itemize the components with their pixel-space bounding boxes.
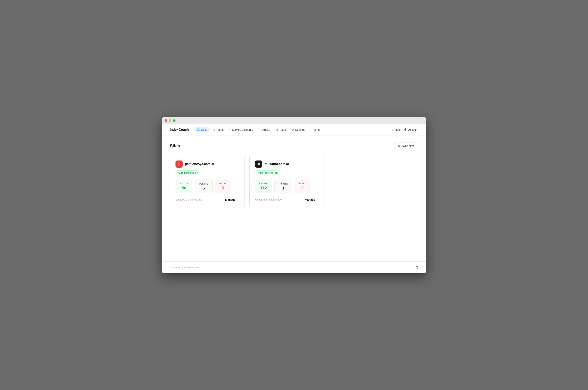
footer-powered-by: Powered by IndexCoach	[170, 266, 198, 269]
site-header-1: ⚡ gestionesya.com.ar	[176, 160, 239, 168]
close-button[interactable]	[165, 119, 167, 122]
service-accounts-icon: ○	[229, 128, 231, 131]
app-window: IndexCoach 🌐 Sites □ Pages ○ Service acc…	[162, 117, 426, 273]
audits-icon: 〰	[258, 128, 261, 131]
errors-value-1: 5	[219, 186, 227, 190]
auto-indexing-badge-2: Auto-indexing: on	[255, 170, 280, 175]
errors-stat-1: Errors 5	[215, 179, 231, 194]
pending-label-2: Pending	[279, 182, 288, 185]
errors-stat-2: Errors 0	[294, 179, 310, 194]
nav-item-settings[interactable]: ⚙ Settings	[289, 127, 308, 133]
pages-icon: □	[213, 128, 214, 131]
help-icon: ⊙	[392, 128, 394, 131]
indexed-stat-2: Indexed 112	[255, 179, 272, 194]
main-content: Sites ↻ Sync sites ⚡ gestionesya.com.ar …	[162, 136, 426, 214]
logo: IndexCoach	[170, 128, 189, 132]
manage-link-1[interactable]: Manage →	[225, 198, 239, 201]
sites-grid: ⚡ gestionesya.com.ar Auto-indexing: on I…	[170, 155, 418, 207]
errors-label-2: Errors	[298, 182, 306, 185]
updated-text-2: Updated 5 minutes ago	[255, 198, 282, 201]
maximize-button[interactable]	[173, 119, 176, 122]
nav-item-service-accounts[interactable]: ○ Service accounts	[227, 127, 255, 133]
twitter-x-icon[interactable]: 𝕏	[416, 266, 418, 269]
site-name-2: multabot.com.ar	[265, 162, 289, 166]
stats-row-2: Indexed 112 Pending 1 Errors 0	[255, 179, 319, 194]
updated-text-1: Updated 2 minutes ago	[176, 198, 202, 201]
pending-value-2: 1	[279, 186, 288, 191]
site-name-1: gestionesya.com.ar	[185, 162, 214, 166]
card-footer-1: Updated 2 minutes ago Manage →	[176, 198, 239, 201]
errors-label-1: Errors	[219, 182, 227, 185]
site-favicon-2: 🖥	[255, 160, 262, 168]
traffic-lights	[165, 119, 176, 122]
indexed-label-1: Indexed	[179, 182, 189, 185]
stats-row-1: Indexed 56 Pending 5 Errors 5	[176, 179, 239, 194]
pending-stat-1: Pending 5	[195, 179, 213, 194]
title-bar	[162, 117, 426, 124]
nav-item-audits[interactable]: 〰 Audits	[256, 127, 273, 133]
nav-items: 🌐 Sites □ Pages ○ Service accounts 〰 Aud…	[194, 127, 391, 133]
card-footer-2: Updated 5 minutes ago Manage →	[255, 198, 319, 201]
nav-item-sites[interactable]: 🌐 Sites	[194, 127, 210, 133]
account-button[interactable]: 👤 Account	[404, 128, 418, 131]
alerts-icon: !	[311, 128, 311, 131]
monitor-icon: 🖥	[257, 162, 260, 166]
errors-value-2: 0	[298, 186, 306, 190]
site-favicon-1: ⚡	[176, 160, 183, 168]
pending-stat-2: Pending 1	[275, 179, 292, 194]
help-button[interactable]: ⊙ Help	[392, 128, 401, 131]
settings-icon: ⚙	[292, 128, 294, 131]
site-card-multabot: 🖥 multabot.com.ar Auto-indexing: on Inde…	[249, 155, 324, 207]
sync-sites-button[interactable]: ↻ Sync sites	[394, 143, 418, 149]
minimize-button[interactable]	[169, 119, 171, 122]
page-title: Sites	[170, 143, 180, 148]
nav-item-pages[interactable]: □ Pages	[210, 127, 226, 133]
page-header: Sites ↻ Sync sites	[170, 143, 418, 149]
site-header-2: 🖥 multabot.com.ar	[255, 160, 319, 168]
footer: Powered by IndexCoach 𝕏	[162, 261, 426, 273]
globe-icon: 🌐	[196, 128, 200, 131]
pending-label-1: Pending	[199, 182, 208, 185]
pending-value-1: 5	[199, 186, 208, 191]
nav: IndexCoach 🌐 Sites □ Pages ○ Service acc…	[162, 124, 426, 136]
nav-item-alerts[interactable]: ! Alerts	[308, 127, 322, 133]
team-icon: ⊙	[276, 128, 278, 131]
account-icon: 👤	[404, 128, 407, 131]
site-card-gestionesya: ⚡ gestionesya.com.ar Auto-indexing: on I…	[170, 155, 245, 207]
nav-item-team[interactable]: ⊙ Team	[273, 127, 288, 133]
indexed-label-2: Indexed	[259, 182, 268, 185]
indexed-value-1: 56	[179, 186, 189, 190]
sync-icon: ↻	[398, 144, 400, 147]
indexed-value-2: 112	[259, 186, 268, 190]
auto-indexing-badge-1: Auto-indexing: on	[176, 170, 200, 175]
lightning-icon: ⚡	[177, 162, 181, 166]
indexed-stat-1: Indexed 56	[176, 179, 193, 194]
nav-right: ⊙ Help 👤 Account	[392, 128, 418, 131]
manage-link-2[interactable]: Manage →	[305, 198, 319, 201]
app-content: IndexCoach 🌐 Sites □ Pages ○ Service acc…	[162, 124, 426, 273]
